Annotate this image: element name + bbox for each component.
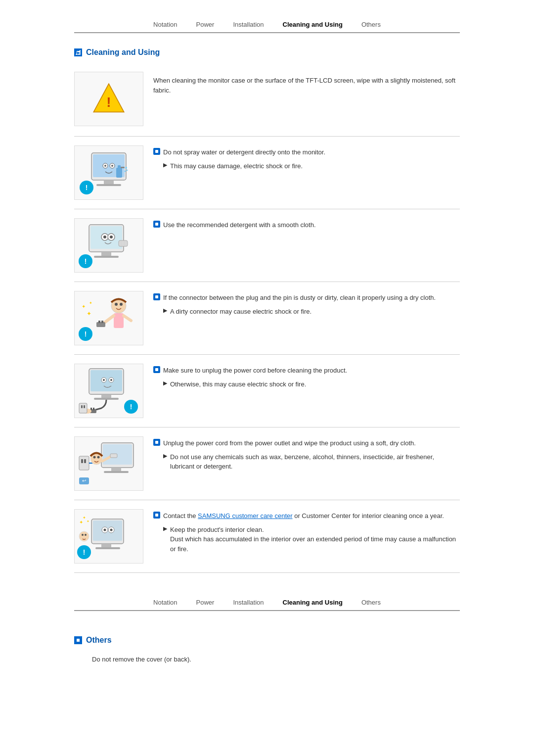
content-text-3: If the connector between the plug and th… [153, 291, 460, 316]
illus-1: ! [74, 145, 143, 200]
others-item-1: Do not remove the cover (or back). [89, 655, 460, 664]
arrow-icon-4: ▶ [163, 380, 167, 386]
illus-4: ! [74, 364, 143, 418]
svg-rect-24 [94, 256, 119, 258]
arrow-icon-1: ▶ [163, 162, 167, 168]
bullet-icon-2 [153, 221, 160, 228]
arrow-icon-5: ▶ [163, 453, 167, 459]
svg-rect-80 [110, 454, 117, 458]
others-main-text-1: Do not remove the cover (or back). [92, 655, 191, 664]
svg-text:!: ! [83, 548, 86, 556]
svg-text:!: ! [106, 94, 111, 110]
svg-rect-86 [95, 547, 120, 549]
bullet-main-3: If the connector between the plug and th… [153, 293, 460, 303]
samsung-link[interactable]: SAMSUNG customer care center [198, 512, 292, 520]
svg-point-10 [104, 165, 106, 167]
main-text-1: Do not spray water or detergent directly… [163, 147, 325, 157]
content-text-5: Unplug the power cord from the power out… [153, 436, 460, 472]
bottom-tab-power[interactable]: Power [194, 598, 217, 607]
warning-image: ! [74, 72, 143, 126]
content-text-2: Use the recommended detergent with a smo… [153, 218, 460, 234]
svg-marker-99 [77, 639, 80, 642]
svg-rect-64 [79, 403, 87, 413]
svg-point-18 [125, 171, 126, 172]
svg-point-40 [120, 303, 123, 306]
svg-rect-8 [96, 184, 121, 186]
svg-point-57 [103, 379, 105, 381]
svg-point-26 [103, 236, 106, 238]
svg-line-42 [104, 316, 114, 323]
bottom-tab-installation[interactable]: Installation [231, 598, 266, 607]
svg-point-77 [93, 456, 96, 459]
content-text-4: Make sure to unplug the power cord befor… [153, 364, 460, 389]
bullet-sub-6: ▶ Keep the product's interior clean.Dust… [163, 525, 460, 554]
tab-installation[interactable]: Installation [231, 20, 266, 29]
svg-rect-70 [81, 459, 83, 463]
section2-icon [74, 636, 82, 644]
section1-icon: ▶ [74, 48, 82, 56]
svg-rect-44 [96, 322, 105, 327]
svg-text:!: ! [85, 257, 87, 265]
content-row-1: ! Do not spray water or detergent direct… [74, 137, 460, 209]
svg-point-59 [110, 379, 112, 381]
svg-rect-15 [121, 167, 125, 168]
bullet-main-6: Contact the SAMSUNG customer care center… [153, 511, 460, 521]
content-row-6: ✦ ✦ ✦ ! Contact the SAMSUNG customer car… [74, 500, 460, 573]
main-text-4: Make sure to unplug the power cord befor… [163, 366, 347, 376]
bullet-main-5: Unplug the power cord from the power out… [153, 438, 460, 448]
section1-header: ▶ Cleaning and Using [74, 48, 460, 57]
svg-text:✦: ✦ [87, 520, 89, 523]
svg-rect-66 [84, 405, 85, 408]
svg-point-28 [110, 236, 113, 238]
svg-rect-7 [104, 180, 114, 184]
bullet-sub-1: ▶ This may cause damage, electric shock … [163, 161, 460, 171]
content-row-3: ✦ ✦ ✦ ! If the connector between the plu… [74, 282, 460, 355]
bullet-sub-3: ▶ A dirty connector may cause electric s… [163, 307, 460, 317]
svg-point-88 [104, 529, 106, 531]
svg-rect-62 [93, 408, 94, 410]
tab-power[interactable]: Power [194, 20, 217, 29]
svg-text:✦: ✦ [89, 301, 92, 305]
tab-others[interactable]: Others [359, 20, 383, 29]
bottom-nav: Notation Power Installation Cleaning and… [74, 598, 460, 611]
svg-point-92 [82, 534, 84, 536]
bottom-tab-others[interactable]: Others [359, 598, 383, 607]
svg-text:↩: ↩ [82, 478, 86, 483]
svg-rect-74 [111, 468, 121, 471]
main-text-6: Contact the SAMSUNG customer care center… [163, 511, 444, 521]
svg-point-93 [85, 534, 87, 536]
intro-text: When cleaning the monitor case or the su… [153, 72, 460, 95]
svg-point-12 [111, 165, 113, 167]
svg-point-78 [97, 456, 100, 459]
svg-rect-85 [101, 544, 111, 547]
svg-rect-73 [103, 444, 132, 465]
bullet-icon-1 [153, 148, 160, 155]
intro-row: ! When cleaning the monitor case or the … [74, 67, 460, 137]
svg-rect-55 [94, 398, 119, 400]
content-row-5: ↩ Unplug the power cord from the power o… [74, 427, 460, 500]
svg-text:✦: ✦ [79, 520, 83, 525]
svg-text:✦: ✦ [82, 304, 86, 309]
svg-rect-69 [79, 456, 89, 470]
main-text-3: If the connector between the plug and th… [163, 293, 436, 303]
sub-text-6: Keep the product's interior clean.Dust w… [170, 525, 460, 554]
bullet-sub-4: ▶ Otherwise, this may cause electric sho… [163, 379, 460, 389]
svg-point-17 [127, 170, 128, 171]
tab-notation[interactable]: Notation [151, 20, 179, 29]
bottom-tab-notation[interactable]: Notation [151, 598, 179, 607]
main-text-5: Unplug the power cord from the power out… [163, 438, 416, 448]
illus-2: ! [74, 218, 143, 273]
svg-rect-46 [101, 321, 103, 323]
bullet-icon-4 [153, 366, 160, 373]
svg-text:✦: ✦ [87, 310, 91, 317]
top-nav: Notation Power Installation Cleaning and… [74, 20, 460, 33]
tab-cleaning-and-using[interactable]: Cleaning and Using [281, 20, 345, 29]
arrow-icon-6: ▶ [163, 525, 167, 532]
svg-rect-65 [81, 405, 83, 408]
svg-point-39 [115, 303, 118, 306]
illus-6: ✦ ✦ ✦ ! [74, 509, 143, 564]
svg-rect-75 [104, 471, 129, 473]
sub-text-5: Do not use any chemicals such as wax, be… [170, 452, 460, 472]
bottom-tab-cleaning-and-using[interactable]: Cleaning and Using [281, 598, 345, 607]
warning-triangle-icon: ! [91, 82, 126, 116]
